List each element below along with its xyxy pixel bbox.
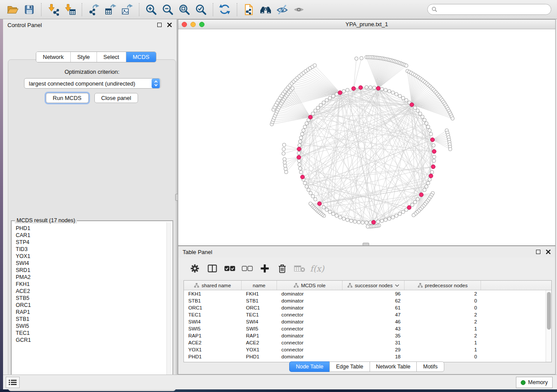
network-hub-node[interactable]	[419, 193, 423, 197]
tab-network[interactable]: Network	[36, 52, 70, 62]
close-panel-button[interactable]: Close panel	[94, 93, 138, 103]
network-node[interactable]	[423, 118, 426, 122]
network-hub-node[interactable]	[430, 138, 434, 142]
network-node[interactable]	[314, 109, 317, 112]
mcds-result-item[interactable]: SRD1	[14, 267, 166, 274]
network-hub-node[interactable]	[318, 202, 322, 206]
tab-edge-table[interactable]: Edge Table	[329, 361, 370, 372]
network-node[interactable]	[328, 210, 332, 213]
select-all-rows-button[interactable]	[221, 260, 239, 277]
function-builder-button[interactable]: f(x)	[308, 260, 326, 277]
network-node[interactable]	[394, 214, 398, 217]
network-node[interactable]	[322, 101, 325, 104]
column-header-predecessor-nodes[interactable]: predecessor nodes	[405, 281, 481, 290]
search-box[interactable]	[427, 4, 551, 15]
table-row[interactable]: TEC1TEC1connector472	[184, 311, 546, 318]
network-node[interactable]	[428, 129, 431, 132]
mcds-result-item[interactable]: SWI4	[14, 260, 166, 267]
network-edge[interactable]	[432, 131, 447, 140]
network-node[interactable]	[423, 188, 426, 192]
network-node[interactable]	[299, 136, 303, 140]
network-node[interactable]	[305, 122, 308, 125]
export-image-button[interactable]	[119, 2, 135, 17]
network-hub-node[interactable]	[338, 91, 342, 95]
network-node[interactable]	[369, 86, 372, 89]
network-node[interactable]	[335, 214, 339, 217]
network-node[interactable]	[316, 106, 320, 110]
table-row[interactable]: ACE2ACE2connector311	[184, 339, 546, 346]
network-node[interactable]	[284, 164, 287, 168]
network-node[interactable]	[398, 94, 401, 98]
network-node[interactable]	[303, 125, 307, 129]
network-node[interactable]	[342, 217, 346, 220]
import-network-button[interactable]	[45, 2, 62, 17]
mcds-result-item[interactable]: ACE2	[14, 288, 166, 295]
zoom-fit-button[interactable]	[176, 2, 193, 17]
search-input[interactable]	[439, 7, 547, 13]
network-node[interactable]	[282, 143, 286, 147]
network-node[interactable]	[405, 64, 408, 67]
mcds-result-item[interactable]: FKH1	[14, 281, 166, 288]
network-node[interactable]	[411, 203, 414, 206]
network-hub-node[interactable]	[432, 149, 436, 153]
delete-column-button[interactable]	[273, 260, 291, 277]
network-node[interactable]	[429, 132, 432, 136]
share-document-button[interactable]	[241, 2, 257, 17]
close-panel-icon[interactable]	[167, 22, 172, 28]
tab-select[interactable]: Select	[97, 52, 126, 62]
network-node[interactable]	[430, 170, 434, 174]
network-hub-node[interactable]	[297, 155, 301, 159]
network-node[interactable]	[353, 220, 357, 224]
tab-motifs[interactable]: Motifs	[416, 361, 444, 372]
network-edge[interactable]	[284, 149, 299, 153]
memory-button[interactable]: Memory	[516, 377, 553, 388]
column-header-shared-name[interactable]: shared name	[184, 281, 242, 290]
network-node[interactable]	[376, 220, 380, 224]
mcds-result-item[interactable]: ORC1	[14, 302, 166, 309]
network-node[interactable]	[298, 140, 302, 143]
table-row[interactable]: FKH1FKH1dominator962	[184, 290, 546, 297]
float-panel-icon[interactable]	[536, 250, 540, 254]
network-node[interactable]	[282, 152, 285, 155]
tab-style[interactable]: Style	[70, 52, 97, 62]
network-node[interactable]	[361, 221, 364, 224]
network-node[interactable]	[421, 115, 424, 119]
network-node[interactable]	[413, 106, 417, 110]
network-node[interactable]	[387, 89, 391, 93]
export-table-button[interactable]	[102, 2, 119, 17]
network-node[interactable]	[416, 198, 419, 201]
network-node[interactable]	[365, 86, 368, 89]
network-node[interactable]	[299, 170, 303, 174]
network-node[interactable]	[391, 91, 394, 94]
network-edge[interactable]	[432, 140, 450, 144]
network-node[interactable]	[412, 213, 415, 217]
network-node[interactable]	[355, 57, 358, 60]
network-node[interactable]	[419, 112, 422, 115]
run-mcds-button[interactable]: Run MCDS	[46, 93, 89, 103]
refresh-button[interactable]	[217, 2, 233, 17]
table-row[interactable]: YOX1YOX1connector291	[184, 346, 546, 353]
table-row[interactable]: RAP1RAP1dominator352	[184, 332, 546, 339]
network-node[interactable]	[426, 125, 430, 129]
network-node[interactable]	[311, 195, 315, 198]
table-row[interactable]: SWI4SWI4dominator462	[184, 318, 546, 325]
zoom-out-button[interactable]	[159, 2, 176, 17]
network-node[interactable]	[298, 163, 301, 166]
column-header-successor-nodes[interactable]: successor nodes	[343, 281, 405, 290]
network-node[interactable]	[384, 218, 387, 222]
mcds-result-item[interactable]: GCR1	[14, 337, 166, 344]
column-header-name[interactable]: name	[242, 281, 277, 290]
network-node[interactable]	[302, 129, 305, 132]
network-node[interactable]	[394, 93, 398, 96]
search-network-button[interactable]	[257, 2, 274, 17]
network-edge[interactable]	[373, 58, 378, 89]
network-node[interactable]	[339, 216, 342, 219]
network-node[interactable]	[405, 99, 408, 102]
network-hub-node[interactable]	[352, 86, 356, 90]
network-node[interactable]	[426, 181, 430, 185]
network-node[interactable]	[307, 188, 310, 192]
network-edge[interactable]	[272, 117, 310, 124]
network-node[interactable]	[298, 144, 301, 147]
network-node[interactable]	[449, 148, 452, 151]
network-hub-node[interactable]	[407, 206, 411, 210]
